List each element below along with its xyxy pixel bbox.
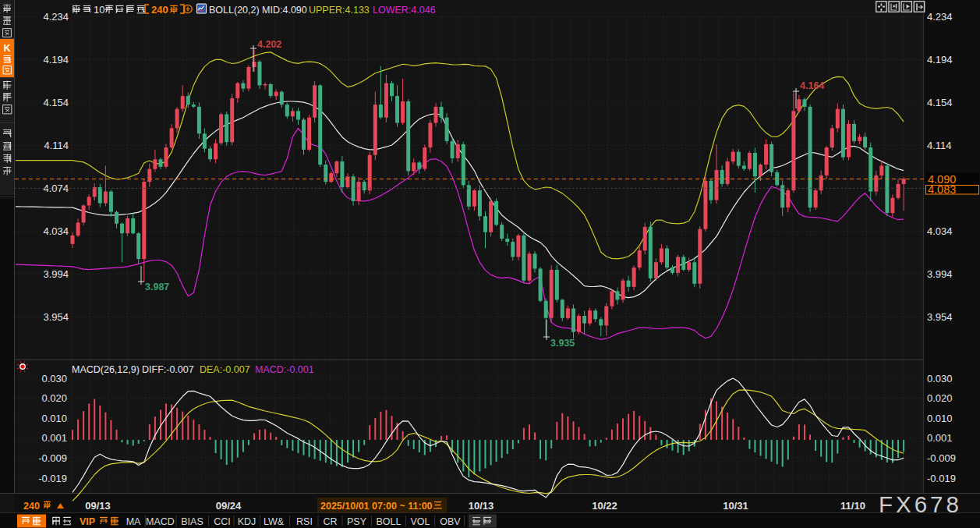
- svg-text:CCI: CCI: [214, 516, 231, 527]
- svg-text:4.202: 4.202: [257, 39, 281, 50]
- svg-text:VOL: VOL: [410, 516, 430, 527]
- svg-text:MACD:-0.001: MACD:-0.001: [255, 364, 314, 375]
- svg-text:KDJ: KDJ: [238, 516, 256, 527]
- svg-text:10/22: 10/22: [592, 500, 617, 512]
- svg-text:-0.019: -0.019: [38, 473, 67, 484]
- svg-text:3.994: 3.994: [927, 268, 953, 280]
- svg-text:4.234: 4.234: [927, 11, 953, 23]
- svg-text:BOLL: BOLL: [377, 516, 402, 527]
- svg-text:LW&: LW&: [264, 516, 285, 527]
- svg-text:LOWER:4.046: LOWER:4.046: [373, 5, 436, 16]
- svg-text:DEA:-0.007: DEA:-0.007: [200, 364, 250, 375]
- svg-text:RSI: RSI: [296, 516, 313, 527]
- svg-text:4.034: 4.034: [927, 225, 953, 237]
- svg-text:3.994: 3.994: [43, 268, 69, 280]
- svg-text:OBV: OBV: [440, 516, 461, 527]
- svg-text:4.034: 4.034: [43, 225, 69, 237]
- svg-text:11/10: 11/10: [840, 500, 865, 512]
- svg-text:DIFF:-0.007: DIFF:-0.007: [142, 364, 194, 375]
- svg-text:2025/10/01 07:00 ~ 11:00: 2025/10/01 07:00 ~ 11:00: [320, 501, 433, 512]
- svg-text:CR: CR: [323, 516, 337, 527]
- svg-text:VIP: VIP: [80, 516, 95, 527]
- svg-text:09/13: 09/13: [85, 500, 111, 512]
- svg-text:0.020: 0.020: [41, 392, 67, 404]
- svg-text:0.030: 0.030: [41, 373, 67, 384]
- svg-text:0.030: 0.030: [927, 373, 953, 384]
- svg-text:4.234: 4.234: [43, 11, 69, 23]
- svg-text:0.001: 0.001: [41, 432, 67, 444]
- svg-text:-0.009: -0.009: [38, 452, 67, 464]
- svg-text:FX678: FX678: [879, 491, 962, 517]
- svg-text:-0.019: -0.019: [927, 473, 956, 484]
- svg-text:BIAS: BIAS: [181, 516, 203, 527]
- svg-text:240: 240: [23, 501, 40, 512]
- svg-text:3.987: 3.987: [145, 282, 169, 292]
- svg-text:4.164: 4.164: [800, 80, 824, 91]
- svg-text:-0.009: -0.009: [927, 452, 956, 464]
- svg-text:BOLL(20,2) MID:4.090: BOLL(20,2) MID:4.090: [209, 5, 307, 16]
- svg-text:4.194: 4.194: [927, 54, 953, 66]
- svg-text:UPPER:4.133: UPPER:4.133: [309, 5, 370, 16]
- svg-text:4.154: 4.154: [927, 97, 953, 108]
- svg-text:4.194: 4.194: [43, 54, 69, 66]
- svg-text:PSY: PSY: [347, 516, 367, 527]
- svg-text:10: 10: [94, 4, 104, 16]
- svg-text:0.001: 0.001: [927, 432, 953, 444]
- svg-text:09/24: 09/24: [216, 500, 242, 512]
- svg-text:10/31: 10/31: [723, 500, 748, 512]
- svg-text:4.114: 4.114: [927, 140, 952, 151]
- svg-text:3.954: 3.954: [927, 311, 953, 323]
- svg-text:0.020: 0.020: [927, 392, 953, 404]
- svg-text:MA: MA: [126, 516, 141, 527]
- svg-text:4.090: 4.090: [928, 173, 956, 186]
- svg-text:0.010: 0.010: [927, 413, 953, 424]
- svg-text:MACD: MACD: [146, 516, 175, 527]
- svg-text:10/13: 10/13: [469, 500, 494, 512]
- svg-text:0.010: 0.010: [41, 413, 67, 424]
- svg-text:MACD(26,12,9): MACD(26,12,9): [72, 364, 140, 375]
- svg-text:4.114: 4.114: [44, 140, 69, 151]
- svg-text:3.935: 3.935: [550, 338, 575, 349]
- svg-text:3.954: 3.954: [43, 311, 69, 323]
- svg-text:4.154: 4.154: [43, 97, 69, 108]
- svg-text:240: 240: [151, 4, 168, 16]
- svg-text:K: K: [3, 43, 10, 54]
